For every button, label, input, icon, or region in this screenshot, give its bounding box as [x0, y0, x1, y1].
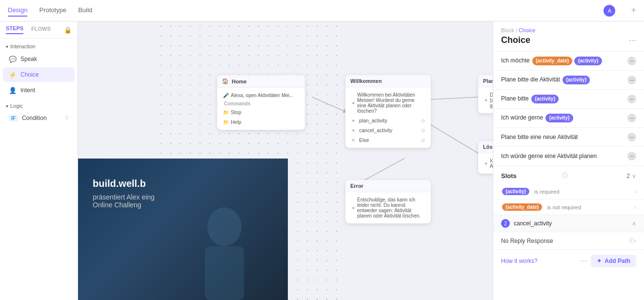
- node-loschen[interactable]: Löschen ✦ Ich habe deine geplante Aktivi…: [478, 141, 493, 174]
- node-planen-title: Planen: [483, 78, 493, 84]
- slot-required-label: is required: [534, 189, 559, 195]
- speak-icon5: ✦: [351, 205, 355, 211]
- node-error-body: ✦ Entschuldige, das kann ich leider nich…: [345, 192, 431, 223]
- add-path-icon: ✦: [597, 258, 602, 264]
- node-willkommen-else: ✕ Else ⊙: [349, 135, 427, 145]
- how-dots-button[interactable]: ···: [581, 257, 587, 265]
- slots-header: Slots ⓘ 2 ∨: [493, 166, 644, 184]
- node-error-header: Error: [345, 180, 431, 192]
- no-reply-info-icon[interactable]: ⓘ: [629, 237, 634, 244]
- no-reply-chevron[interactable]: ›: [634, 238, 636, 244]
- webcam-line3: Online Challeng: [93, 201, 155, 209]
- node-home[interactable]: 🏠 Home 🎤 Alexa, open Aktivitäten Mei... …: [217, 75, 305, 130]
- how-it-works-link[interactable]: How it works?: [501, 258, 581, 264]
- main-layout: STEPS FLOWS 🔒 Interaction 💬 Speak ⚡ Choi…: [0, 21, 644, 300]
- tag-activity-3: {activity}: [531, 95, 559, 103]
- node-loschen-body: ✦ Ich habe deine geplante Aktivität gelö…: [478, 153, 493, 174]
- home-icon: 🏠: [222, 78, 229, 84]
- node-loschen-speak: ✦ Ich habe deine geplante Aktivität gelö…: [482, 156, 493, 171]
- svg-point-4: [207, 207, 242, 246]
- path-item-1[interactable]: Ich möchte {activity_date}{activity} −: [493, 52, 644, 71]
- remove-path-3[interactable]: −: [627, 95, 636, 103]
- sidebar-item-choice[interactable]: ⚡ Choice: [3, 67, 75, 82]
- canvas[interactable]: 🏠 Home 🎤 Alexa, open Aktivitäten Mei... …: [78, 21, 493, 300]
- node-error-title: Error: [350, 183, 363, 189]
- tag-activity-date-1: {activity_date}: [532, 57, 572, 65]
- sidebar-tabs: STEPS FLOWS 🔒: [0, 25, 78, 39]
- tab-steps[interactable]: STEPS: [6, 25, 23, 34]
- webcam-line1: build.well.b: [93, 178, 155, 189]
- lock-icon: 🔒: [64, 26, 72, 34]
- sidebar-item-condition[interactable]: IF Condition ⠿: [3, 111, 75, 125]
- path-text-3: Plane bitte {activity}: [501, 95, 624, 103]
- else-connector: ⊙: [421, 138, 425, 143]
- node-home-row1: 🎤 Alexa, open Aktivitäten Mei...: [221, 91, 301, 100]
- sidebar-item-speak[interactable]: 💬 Speak: [3, 52, 75, 66]
- node-home-help: 📁 Help: [221, 117, 301, 127]
- speak-icon3: ✦: [484, 98, 488, 103]
- path-item-4[interactable]: Ich würde gerne {activity} −: [493, 109, 644, 128]
- how-it-works-row: How it works? ··· ✦ Add Path: [493, 250, 644, 272]
- tab-flows[interactable]: FLOWS: [31, 26, 51, 34]
- node-willkommen[interactable]: Willkommen ✦ Willkommen bei Aktivitäten …: [345, 75, 431, 148]
- add-path-label: Add Path: [604, 258, 630, 264]
- avatar[interactable]: A: [604, 5, 615, 17]
- path-text-1: Ich möchte {activity_date}{activity}: [501, 57, 624, 65]
- node-planen[interactable]: Planen ✦ Danke, Ich habe für {activity_d…: [478, 75, 493, 113]
- breadcrumb-choice: Choice: [519, 27, 535, 33]
- svg-line-1: [429, 97, 478, 100]
- remove-path-6[interactable]: −: [627, 152, 636, 160]
- webcam-text: build.well.b präsentiert Alex eing Onlin…: [93, 178, 155, 209]
- choice-icon: ⚡: [9, 71, 17, 79]
- tab-build[interactable]: Build: [78, 4, 92, 17]
- right-panel: Block / Choice Choice ··· Ich möchte {ac…: [493, 21, 644, 300]
- path-text-2: Plane bitte die Aktivität {activity}: [501, 76, 624, 84]
- sidebar-item-speak-label: Speak: [20, 56, 37, 62]
- tab-prototype[interactable]: Prototype: [39, 4, 66, 17]
- sidebar-item-choice-label: Choice: [20, 71, 39, 78]
- tag-activity-date-slot: {activity_date}: [502, 203, 542, 211]
- slots-title: Slots: [501, 172, 560, 180]
- slot-item-cancel[interactable]: 2 cancel_activity ∧: [493, 215, 644, 232]
- panel-menu-button[interactable]: ···: [629, 35, 636, 45]
- tag-activity-4: {activity}: [545, 114, 573, 122]
- add-path-button[interactable]: ✦ Add Path: [591, 255, 636, 267]
- if-badge: IF: [9, 115, 18, 121]
- slot-chevron-1[interactable]: ›: [634, 188, 636, 195]
- paths-section: Ich möchte {activity_date}{activity} − P…: [493, 52, 644, 166]
- slot-chevron-up[interactable]: ∧: [632, 220, 636, 227]
- node-willkommen-intent2: ✦ cancel_activity ⊙: [349, 125, 427, 135]
- node-loschen-title: Löschen: [483, 144, 493, 150]
- path-text-6: Ich würde gerne eine Aktivität planen: [501, 152, 624, 160]
- remove-path-2[interactable]: −: [627, 76, 636, 84]
- node-home-stop: 📁 Stop: [221, 107, 301, 117]
- sidebar-item-intent[interactable]: 👤 Intent: [3, 83, 75, 98]
- speak-icon4: ✦: [484, 161, 488, 166]
- remove-path-1[interactable]: −: [627, 57, 636, 65]
- add-button[interactable]: +: [631, 5, 636, 16]
- drag-handle: ⠿: [65, 115, 69, 121]
- remove-path-5[interactable]: −: [627, 133, 636, 141]
- remove-path-4[interactable]: −: [627, 114, 636, 122]
- commands-label: Commands: [221, 100, 301, 107]
- path-item-6[interactable]: Ich würde gerne eine Aktivität planen −: [493, 147, 644, 166]
- node-home-header: 🏠 Home: [217, 75, 305, 88]
- folder-icon: 📁: [223, 110, 229, 115]
- slots-chevron[interactable]: ∨: [632, 173, 636, 180]
- node-error[interactable]: Error ✦ Entschuldige, das kann ich leide…: [345, 180, 431, 223]
- panel-title-row: Choice ···: [493, 35, 644, 52]
- path-item-5[interactable]: Plane bitte eine neue Aktivität −: [493, 128, 644, 147]
- slot-item-activity-date[interactable]: {activity_date} is not required ›: [493, 200, 644, 215]
- path-item-2[interactable]: Plane bitte die Aktivität {activity} −: [493, 71, 644, 90]
- slot-item-activity[interactable]: {activity} is required ›: [493, 184, 644, 200]
- intent-connector: ⊙: [421, 118, 425, 123]
- slots-info-icon[interactable]: ⓘ: [562, 172, 568, 180]
- slot-chevron-2[interactable]: ›: [634, 204, 636, 211]
- node-planen-header: Planen: [478, 75, 493, 87]
- tag-activity-1: {activity}: [574, 57, 602, 65]
- tab-design[interactable]: Design: [8, 4, 27, 17]
- path-item-3[interactable]: Plane bitte {activity} −: [493, 90, 644, 109]
- node-loschen-header: Löschen: [478, 141, 493, 153]
- node-willkommen-header: Willkommen: [345, 75, 431, 87]
- no-reply-row[interactable]: No Reply Response ⓘ ›: [493, 232, 644, 250]
